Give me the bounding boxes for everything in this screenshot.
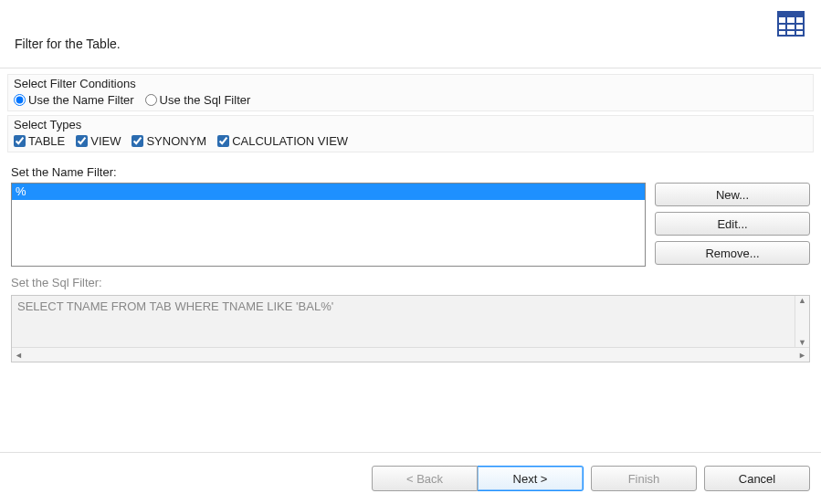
sql-filter-label: Set the Sql Filter: (7, 267, 814, 293)
back-button[interactable]: < Back (372, 466, 478, 491)
radio-name-filter-label: Use the Name Filter (28, 93, 134, 107)
checkbox-calcview-label: CALCULATION VIEW (232, 134, 348, 148)
scroll-left-icon: ◄ (15, 351, 23, 360)
checkbox-view[interactable]: VIEW (76, 134, 121, 148)
sql-filter-textarea: SELECT TNAME FROM TAB WHERE TNAME LIKE '… (11, 295, 810, 362)
next-button[interactable]: Next > (478, 466, 584, 491)
checkbox-view-label: VIEW (90, 134, 121, 148)
radio-sql-filter-label: Use the Sql Filter (160, 93, 251, 107)
scrollbar-horizontal[interactable]: ◄ ► (12, 347, 809, 362)
radio-sql-filter[interactable]: Use the Sql Filter (145, 93, 251, 107)
checkbox-table-label: TABLE (28, 134, 65, 148)
scrollbar-vertical[interactable]: ▲ ▼ (795, 296, 809, 347)
scroll-up-icon: ▲ (798, 296, 806, 305)
filter-conditions-group: Select Filter Conditions Use the Name Fi… (7, 74, 814, 111)
checkbox-calcview-input[interactable] (217, 135, 229, 147)
cancel-button[interactable]: Cancel (704, 466, 810, 491)
wizard-header: Filter for the Table. (0, 0, 821, 68)
page-title: Filter for the Table. (15, 16, 806, 51)
checkbox-table-input[interactable] (14, 135, 26, 147)
checkbox-synonym-input[interactable] (132, 135, 143, 147)
checkbox-calcview[interactable]: CALCULATION VIEW (217, 134, 348, 148)
checkbox-synonym[interactable]: SYNONYM (132, 134, 206, 148)
select-types-label: Select Types (8, 116, 813, 132)
sql-filter-text: SELECT TNAME FROM TAB WHERE TNAME LIKE '… (12, 296, 809, 317)
scroll-right-icon: ► (798, 351, 806, 360)
footer-divider (0, 452, 821, 453)
table-grid-icon (777, 11, 805, 37)
radio-sql-filter-input[interactable] (145, 94, 157, 106)
select-types-group: Select Types TABLE VIEW SYNONYM CALCULAT… (7, 115, 814, 152)
radio-name-filter[interactable]: Use the Name Filter (14, 93, 134, 107)
wizard-buttons: < Back Next > Finish Cancel (372, 466, 810, 491)
name-filter-list[interactable]: % (11, 183, 646, 267)
finish-button[interactable]: Finish (591, 466, 697, 491)
scroll-down-icon: ▼ (798, 338, 806, 347)
filter-conditions-label: Select Filter Conditions (8, 75, 813, 91)
remove-button[interactable]: Remove... (655, 241, 810, 265)
radio-name-filter-input[interactable] (14, 94, 26, 106)
checkbox-synonym-label: SYNONYM (146, 134, 206, 148)
checkbox-table[interactable]: TABLE (14, 134, 65, 148)
svg-rect-1 (778, 12, 804, 17)
name-filter-label: Set the Name Filter: (7, 156, 814, 183)
checkbox-view-input[interactable] (76, 135, 88, 147)
new-button[interactable]: New... (655, 183, 810, 206)
list-item[interactable]: % (12, 184, 645, 200)
edit-button[interactable]: Edit... (655, 212, 810, 236)
